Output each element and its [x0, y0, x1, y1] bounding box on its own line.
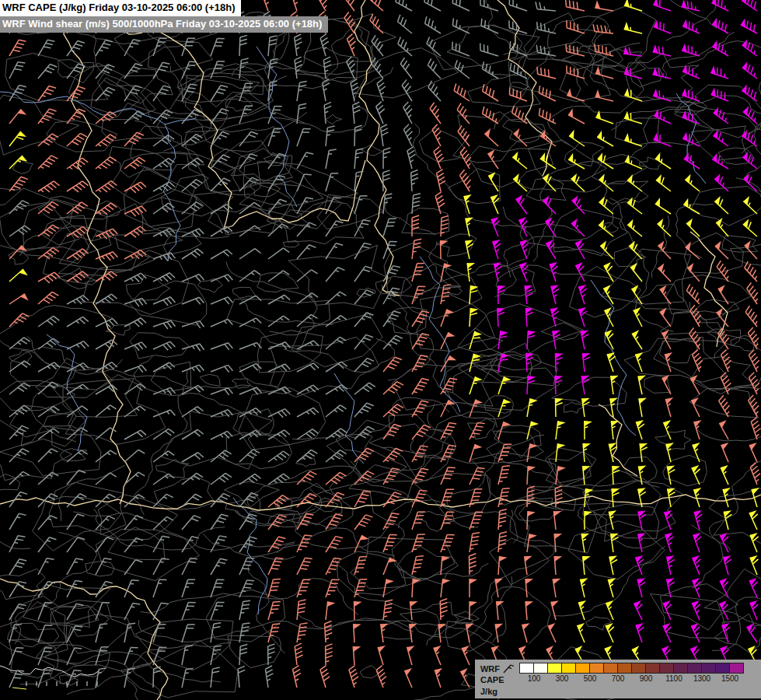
weather-map-canvas: [0, 0, 761, 700]
legend-color-box: [519, 663, 534, 674]
legend-tick-label: 1300: [693, 674, 710, 683]
legend-color-box: [687, 663, 702, 674]
legend-color-box: [673, 663, 688, 674]
legend-color-scale: 100300500700900110013001500: [519, 663, 756, 684]
legend-color-box: [729, 663, 744, 674]
legend-color-box: [715, 663, 730, 674]
legend-units-label: J/kg: [480, 686, 514, 697]
legend-tick-label: 500: [584, 674, 597, 683]
legend-color-box: [547, 663, 562, 674]
legend-color-box: [617, 663, 632, 674]
legend-color-box: [533, 663, 548, 674]
legend-tick-label: 900: [640, 674, 653, 683]
legend-color-box: [631, 663, 646, 674]
weather-map-screen: WRF CAPE (J/kg) Friday 03-10-2025 06:00 …: [0, 0, 761, 700]
title-cape: WRF CAPE (J/kg) Friday 03-10-2025 06:00 …: [0, 0, 241, 16]
legend-tick-label: 100: [528, 674, 541, 683]
legend-tick-labels: 100300500700900110013001500: [519, 674, 756, 684]
legend-tick-label: 700: [612, 674, 625, 683]
legend-color-boxes: [519, 663, 756, 674]
legend-tick-label: 1500: [721, 674, 738, 683]
wind-barb-icon: [502, 663, 514, 674]
legend-color-box: [645, 663, 660, 674]
legend-tick-label: 1100: [665, 674, 682, 683]
legend-tick-label: 300: [556, 674, 569, 683]
legend-variable-label: CAPE: [480, 674, 514, 685]
legend-color-box: [575, 663, 590, 674]
legend-color-box: [659, 663, 674, 674]
legend-color-box: [561, 663, 576, 674]
legend-meta: WRF CAPE J/kg: [480, 663, 514, 697]
legend-color-box: [603, 663, 618, 674]
legend-model-label: WRF: [480, 663, 500, 674]
title-shear: WRF Wind shear (m/s) 500/1000hPa Friday …: [0, 16, 328, 33]
legend-color-box: [589, 663, 604, 674]
legend-color-box: [701, 663, 716, 674]
cape-legend: WRF CAPE J/kg 10030050070090011001300150…: [475, 660, 761, 698]
